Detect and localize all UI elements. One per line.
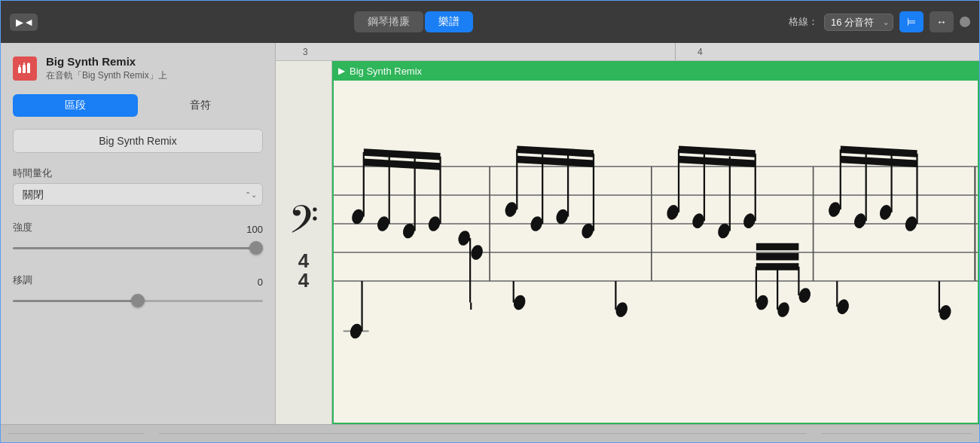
grid-select[interactable]: 4 分音符 8 分音符 16 分音符 32 分音符 (824, 14, 893, 31)
svg-point-40 (513, 293, 527, 312)
expand-button[interactable]: ↔ (930, 11, 954, 32)
svg-point-42 (615, 300, 628, 319)
region-title: Big Synth Remix (350, 66, 422, 77)
toolbar: ▶︎ ◀ 鋼琴捲廉 樂譜 格線： 4 分音符 8 分音符 16 分音符 32 分… (1, 1, 979, 43)
track-info: Big Synth Remix 在音軌「Big Synth Remix」上 (46, 55, 263, 82)
velocity-track (13, 247, 263, 249)
right-area: 3 4 𝄢 4 4 (276, 43, 979, 424)
transpose-value: 0 (258, 276, 263, 288)
svg-point-30 (504, 200, 517, 218)
velocity-section: 強度 100 (1, 213, 275, 255)
staff-container: ▶ Big Synth Remix (332, 61, 979, 424)
tab-note[interactable]: 音符 (138, 94, 263, 117)
track-icon (13, 57, 37, 81)
svg-point-54 (756, 293, 769, 312)
bottom-bar (1, 424, 979, 442)
velocity-value: 100 (246, 224, 263, 235)
align-button[interactable]: ⊨ (899, 11, 924, 32)
toolbar-left: ▶︎ ◀ (10, 14, 38, 31)
grid-select-wrap: 4 分音符 8 分音符 16 分音符 32 分音符 ⌄ (824, 14, 893, 31)
left-panel: Big Synth Remix 在音軌「Big Synth Remix」上 區段… (1, 43, 276, 424)
svg-line-53 (679, 160, 756, 164)
tab-region[interactable]: 區段 (13, 94, 138, 117)
svg-line-72 (841, 160, 917, 164)
notation-svg (332, 81, 979, 424)
segment-tabs: 區段 音符 (13, 94, 263, 117)
bass-clef-symbol: 𝄢 (289, 201, 319, 248)
toolbar-right: 格線： 4 分音符 8 分音符 16 分音符 32 分音符 ⌄ ⊨ ↔ (789, 11, 970, 32)
region-body (332, 81, 979, 424)
record-dot[interactable] (960, 17, 970, 27)
filter-icon: ▶︎ (16, 17, 23, 28)
app-window: ▶︎ ◀ 鋼琴捲廉 樂譜 格線： 4 分音符 8 分音符 16 分音符 32 分… (0, 0, 980, 443)
transpose-thumb[interactable] (131, 294, 145, 307)
svg-point-26 (457, 228, 471, 247)
quantize-select-wrap: 關閉 1/8 1/16 ⌃⌄ (13, 183, 263, 206)
track-subtitle: 在音軌「Big Synth Remix」上 (46, 69, 263, 82)
velocity-label: 強度 (13, 221, 32, 234)
svg-point-56 (777, 300, 790, 319)
filter-button[interactable]: ▶︎ ◀ (10, 14, 38, 31)
instrument-icon (17, 63, 32, 75)
svg-point-46 (691, 212, 705, 231)
region-name-button[interactable]: Big Synth Remix (13, 129, 263, 153)
time-signature: 4 4 (298, 251, 309, 290)
velocity-header: 強度 100 (13, 221, 263, 237)
transpose-fill (13, 300, 138, 302)
ruler-mark-4: 4 (698, 47, 703, 57)
toolbar-center: 鋼琴捲廉 樂譜 (44, 11, 783, 32)
svg-line-38 (517, 149, 594, 154)
tab-piano-roll[interactable]: 鋼琴捲廉 (354, 11, 423, 32)
time-sig-denominator: 4 (298, 270, 309, 290)
transpose-slider[interactable] (13, 293, 263, 308)
svg-point-75 (939, 303, 952, 322)
ruler: 3 4 (276, 43, 979, 61)
transpose-slider-row: 移調 0 (13, 273, 263, 308)
quantize-section: 時間量化 關閉 1/8 1/16 ⌃⌄ (1, 159, 275, 206)
clef-content: 𝄢 4 4 (289, 61, 319, 424)
svg-rect-0 (18, 67, 21, 73)
svg-point-28 (470, 243, 484, 261)
svg-point-44 (666, 203, 679, 222)
filter-icon-2: ◀ (26, 17, 32, 27)
svg-line-25 (364, 162, 441, 167)
transpose-label: 移調 (13, 273, 32, 287)
tab-score[interactable]: 樂譜 (425, 11, 473, 32)
quantize-select[interactable]: 關閉 1/8 1/16 (13, 183, 263, 206)
svg-point-50 (743, 212, 756, 231)
ruler-line (675, 43, 676, 60)
score-container: 3 4 𝄢 4 4 (276, 43, 979, 424)
velocity-slider[interactable] (13, 240, 263, 255)
svg-rect-1 (23, 65, 26, 73)
ruler-mark-3: 3 (303, 47, 308, 57)
region-play-icon: ▶ (338, 66, 345, 76)
svg-point-32 (530, 214, 543, 233)
time-sig-numerator: 4 (298, 251, 309, 270)
transpose-track (13, 300, 263, 302)
svg-line-24 (364, 152, 441, 157)
bottom-divider-2 (159, 433, 806, 434)
svg-line-71 (841, 149, 917, 154)
track-title: Big Synth Remix (46, 55, 263, 68)
bottom-divider-3 (821, 433, 972, 434)
svg-point-65 (853, 212, 867, 231)
main-content: Big Synth Remix 在音軌「Big Synth Remix」上 區段… (1, 43, 979, 424)
svg-line-39 (517, 160, 594, 164)
svg-point-22 (428, 214, 441, 233)
svg-point-58 (798, 286, 811, 304)
svg-point-63 (828, 200, 841, 218)
clef-area: 𝄢 4 4 (276, 61, 332, 424)
svg-rect-2 (27, 63, 30, 73)
grid-label: 格線： (789, 15, 818, 29)
align-icon: ⊨ (907, 16, 916, 28)
velocity-fill (13, 247, 263, 249)
svg-line-52 (679, 149, 756, 154)
quantize-label: 時間量化 (13, 167, 263, 180)
bottom-divider-1 (8, 433, 144, 434)
transpose-section: 移調 0 (1, 266, 275, 308)
velocity-slider-row: 強度 100 (13, 221, 263, 255)
svg-point-69 (904, 214, 917, 233)
notation-area: 𝄢 4 4 ▶ Big Synth Remix (276, 61, 979, 424)
velocity-thumb[interactable] (249, 241, 263, 255)
transpose-header: 移調 0 (13, 273, 263, 290)
